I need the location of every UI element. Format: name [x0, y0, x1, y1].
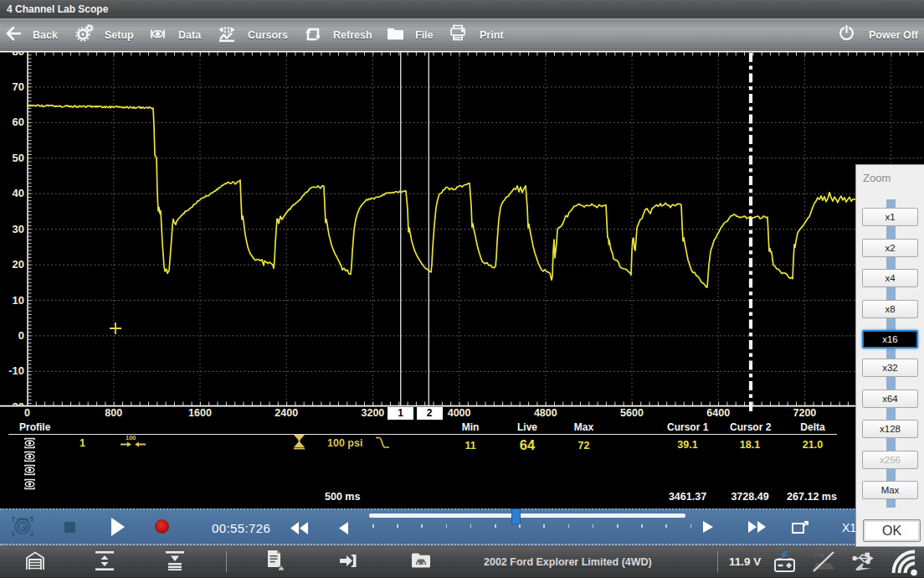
svg-text:100: 100 — [126, 434, 136, 441]
